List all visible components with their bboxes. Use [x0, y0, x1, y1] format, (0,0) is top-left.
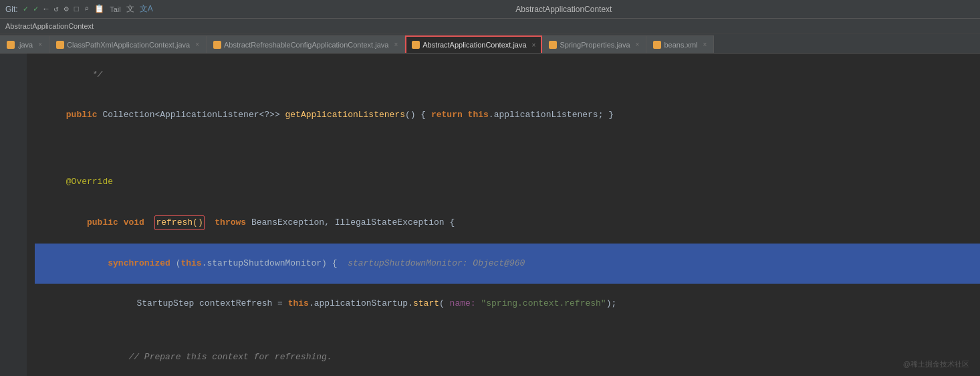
tab-classpathxml[interactable]: ClassPathXmlApplicationContext.java ×: [49, 35, 207, 53]
window-bar: AbstractApplicationContext: [0, 19, 980, 33]
tab-beansxml-label: beans.xml: [664, 41, 697, 49]
code-line-override: @Override: [35, 162, 980, 202]
checkmark-icon-2[interactable]: ✓: [33, 4, 38, 14]
tab-springproperties-close[interactable]: ×: [636, 41, 640, 48]
tab-abstractapplication-label: AbstractApplicationContext.java: [422, 41, 526, 49]
tab-beansxml-icon: [653, 41, 661, 49]
watermark: @稀土掘金技术社区: [903, 357, 969, 371]
code-line-synchronized: synchronized (this.startupShutdownMonito…: [35, 244, 980, 284]
refresh-icon[interactable]: ↺: [53, 4, 58, 14]
title-bar-left: Git: ✓ ✓ ← ↺ ⚙ □ ⌕ 📋 Tail 文 文A: [5, 3, 153, 15]
tab-java[interactable]: .java ×: [0, 35, 49, 53]
code-area: */ public Collection<ApplicationListener…: [0, 54, 980, 376]
code-line-blank2: [35, 149, 980, 162]
search-icon[interactable]: ⌕: [84, 4, 89, 14]
tab-beansxml[interactable]: beans.xml ×: [646, 35, 714, 53]
tab-abstractapplication-icon: [412, 41, 420, 49]
settings-icon[interactable]: ⚙: [64, 4, 69, 14]
tab-classpathxml-icon: [56, 41, 64, 49]
tail-label[interactable]: Tail: [110, 5, 121, 13]
code-line-blank3: [35, 324, 980, 337]
tab-java-icon: [7, 41, 15, 49]
window-icon[interactable]: □: [74, 5, 79, 14]
translate-icon-2[interactable]: 文A: [140, 3, 153, 15]
window-title-center: AbstractApplicationContext: [515, 5, 612, 14]
tab-java-label: .java: [17, 41, 33, 49]
clipboard-icon[interactable]: 📋: [94, 4, 104, 14]
code-line-comment-close: */: [35, 55, 980, 95]
tab-classpathxml-close[interactable]: ×: [195, 41, 199, 48]
code-content[interactable]: */ public Collection<ApplicationListener…: [27, 54, 980, 376]
checkmark-icon-1[interactable]: ✓: [23, 4, 28, 14]
code-line-collection: public Collection<ApplicationListener<?>…: [35, 95, 980, 135]
code-line-blank1: [35, 135, 980, 149]
tab-abstractrefreshable[interactable]: AbstractRefreshableConfigApplicationCont…: [207, 35, 405, 53]
tab-abstractrefreshable-label: AbstractRefreshableConfigApplicationCont…: [224, 41, 388, 49]
project-title: AbstractApplicationContext: [5, 22, 94, 30]
back-icon[interactable]: ←: [43, 5, 48, 14]
code-line-comment-prepare: // Prepare this context for refreshing.: [35, 337, 980, 376]
tab-springproperties-label: SpringProperties.java: [560, 41, 630, 49]
code-line-startup-step: StartupStep contextRefresh = this.applic…: [35, 284, 980, 324]
title-bar: Git: ✓ ✓ ← ↺ ⚙ □ ⌕ 📋 Tail 文 文A AbstractA…: [0, 0, 980, 19]
tab-springproperties-icon: [549, 41, 557, 49]
translate-icon-1[interactable]: 文: [126, 3, 134, 15]
tab-abstractapplication[interactable]: AbstractApplicationContext.java ×: [405, 35, 542, 53]
tab-bar: .java × ClassPathXmlApplicationContext.j…: [0, 33, 980, 54]
code-line-public-void: public void refresh() throws BeansExcept…: [35, 202, 980, 244]
tab-abstractrefreshable-icon: [213, 41, 221, 49]
tab-abstractrefreshable-close[interactable]: ×: [394, 41, 398, 48]
tab-springproperties[interactable]: SpringProperties.java ×: [542, 35, 646, 53]
tab-java-close[interactable]: ×: [38, 41, 42, 48]
tab-abstractapplication-close[interactable]: ×: [532, 41, 536, 49]
tab-beansxml-close[interactable]: ×: [703, 41, 707, 48]
line-numbers: [0, 54, 27, 376]
git-label: Git:: [5, 5, 18, 14]
tab-classpathxml-label: ClassPathXmlApplicationContext.java: [67, 41, 190, 49]
